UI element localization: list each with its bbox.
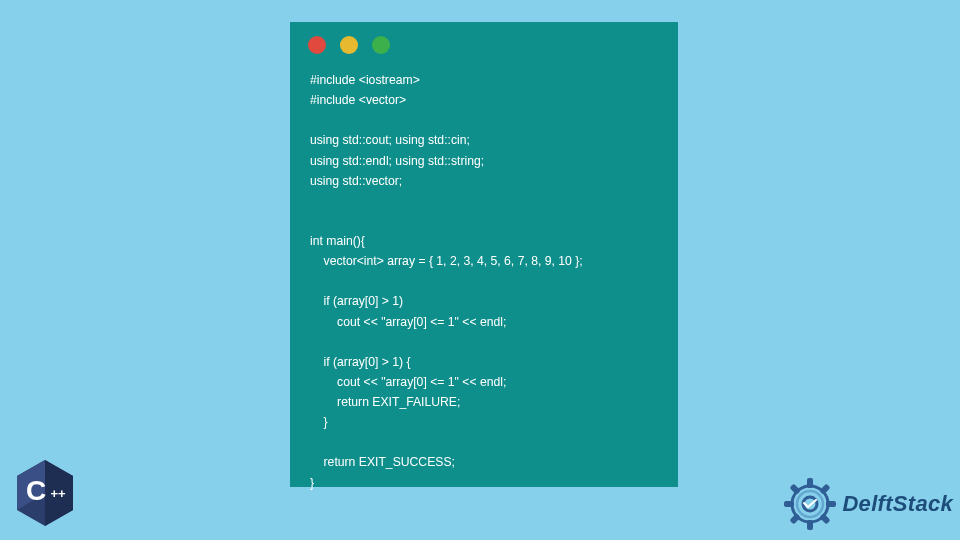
close-icon: [308, 36, 326, 54]
delftstack-logo: DelftStack: [782, 476, 953, 532]
code-window: #include <iostream> #include <vector> us…: [290, 22, 678, 487]
minimize-icon: [340, 36, 358, 54]
code-content: #include <iostream> #include <vector> us…: [290, 64, 678, 493]
gear-icon: [782, 476, 838, 532]
svg-text:C: C: [26, 475, 46, 506]
traffic-lights: [290, 22, 678, 64]
svg-text:++: ++: [50, 486, 66, 501]
brand-text: DelftStack: [842, 491, 953, 517]
maximize-icon: [372, 36, 390, 54]
cpp-logo-icon: C ++: [14, 458, 76, 528]
